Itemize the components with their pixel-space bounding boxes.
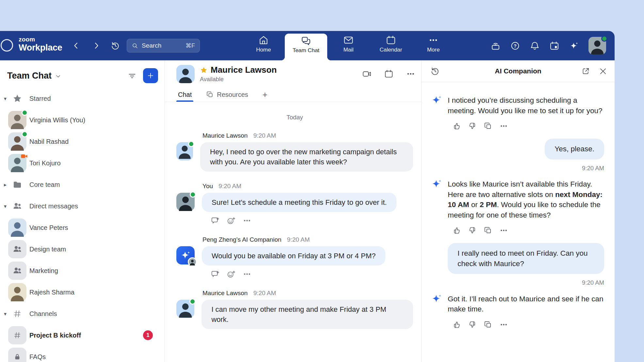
svg-text:?: ? — [514, 43, 517, 48]
more-icon[interactable] — [499, 122, 508, 130]
unread-badge: 1 — [143, 330, 153, 340]
sidebar-item-direct-messages[interactable]: ▾Direct messages — [0, 195, 165, 217]
avatar — [8, 132, 26, 151]
chat-peer-status: Available — [200, 76, 277, 83]
message-avatar[interactable] — [176, 142, 193, 160]
copy-icon[interactable] — [484, 122, 492, 130]
help-icon[interactable]: ? — [510, 41, 520, 51]
back-icon[interactable] — [71, 41, 81, 51]
sidebar-item-tori-kojuro[interactable]: Tori Kojuro — [0, 152, 165, 174]
nav-tab-home[interactable]: Home — [242, 31, 285, 60]
avatar-silhouette — [189, 258, 196, 265]
sidebar-item-marketing[interactable]: Marketing — [0, 260, 165, 281]
tab-chat[interactable]: Chat — [176, 87, 193, 102]
sidebar-title-dropdown[interactable]: Team Chat — [7, 71, 61, 81]
message-avatar[interactable] — [176, 193, 195, 211]
notifications-icon[interactable] — [530, 41, 540, 51]
sidebar-item-channels[interactable]: ▾Channels — [0, 303, 165, 324]
search-shortcut: ⌘F — [185, 42, 195, 49]
more-icon[interactable] — [406, 69, 415, 79]
calendar-icon — [386, 35, 396, 45]
thumbs-down-icon[interactable] — [468, 320, 477, 329]
more-icon[interactable] — [499, 320, 508, 329]
sidebar-item-rajesh-sharma[interactable]: Rajesh Sharma — [0, 281, 165, 303]
close-icon[interactable] — [599, 67, 607, 76]
new-chat-button[interactable] — [143, 68, 158, 83]
message-text: I can move my other meeting and make Fri… — [211, 305, 386, 324]
chat-tab-bar: Chat Resources + — [165, 87, 421, 102]
sidebar-item-design-team[interactable]: Design team — [0, 238, 165, 260]
search-input[interactable]: Search ⌘F — [127, 39, 200, 53]
add-tab-button[interactable]: + — [261, 87, 269, 102]
nav-tab-calendar[interactable]: Calendar — [370, 31, 412, 60]
content-area: Team Chat ▾StarredVirginia Willis (You)N… — [0, 60, 615, 362]
starred-icon[interactable] — [200, 66, 208, 74]
thumbs-down-icon[interactable] — [468, 122, 477, 130]
tab-resources[interactable]: Resources — [204, 87, 250, 102]
sidebar-item-label: Vance Peters — [29, 224, 68, 232]
thumbs-up-icon[interactable] — [452, 226, 461, 235]
message-avatar[interactable] — [176, 300, 194, 318]
in-meeting-camera-badge — [20, 152, 28, 160]
sidebar-item-label: Starred — [29, 95, 51, 102]
sidebar-item-starred[interactable]: ▾Starred — [0, 88, 165, 109]
chat-peer-avatar[interactable] — [176, 65, 195, 83]
chat-message: You 9:20 AM Sure! Let’s schedule a meeti… — [176, 183, 413, 225]
partial-circle-decoration — [1, 39, 13, 52]
reply-icon[interactable] — [211, 216, 219, 225]
open-external-icon[interactable] — [581, 67, 590, 76]
ai-message: I noticed you’re discussing scheduling a… — [431, 95, 604, 130]
video-icon[interactable] — [362, 69, 372, 79]
ai-message: Looks like Maurice isn’t available this … — [431, 179, 604, 235]
tab-chat-label: Chat — [178, 91, 192, 98]
avatar — [8, 111, 26, 129]
ai-companion-avatar[interactable] — [176, 246, 195, 264]
sidebar-item-project-b-kickoff[interactable]: Project B kickoff1 — [0, 324, 165, 346]
nav-tab-mail[interactable]: Mail — [327, 31, 370, 60]
more-icon[interactable] — [243, 270, 251, 279]
reply-icon[interactable] — [211, 270, 219, 279]
copy-icon[interactable] — [484, 226, 492, 235]
schedule-icon[interactable] — [384, 69, 394, 79]
more-icon[interactable] — [499, 226, 508, 235]
nav-tab-label: More — [427, 47, 440, 53]
message-bubble: Sure! Let’s schedule a meeting this Frid… — [202, 193, 396, 212]
emoji-add-icon[interactable] — [227, 270, 235, 279]
message-header: Maurice Lawson 9:20 AM — [202, 290, 413, 297]
thumbs-down-icon[interactable] — [468, 226, 477, 235]
chevron-down-icon — [55, 73, 61, 80]
devices-icon[interactable] — [491, 41, 501, 51]
message-time: 9:20 AM — [287, 236, 310, 243]
sidebar-item-vance-peters[interactable]: Vance Peters — [0, 217, 165, 238]
filter-icon[interactable] — [128, 71, 137, 80]
forward-icon[interactable] — [91, 41, 101, 51]
sidebar-item-virginia-willis-you[interactable]: Virginia Willis (You) — [0, 109, 165, 131]
tab-resources-label: Resources — [217, 91, 248, 98]
sidebar-item-nabil-rashad[interactable]: Nabil Rashad — [0, 131, 165, 152]
copy-icon[interactable] — [484, 320, 492, 329]
hash-icon — [13, 331, 21, 339]
thumbs-up-icon[interactable] — [452, 320, 461, 329]
presence-online-dot — [188, 141, 194, 147]
more-icon[interactable] — [243, 216, 251, 225]
meetings-calendar-icon[interactable] — [549, 41, 559, 51]
sidebar-item-faqs[interactable]: FAQs — [0, 346, 165, 362]
nav-tab-more[interactable]: More — [412, 31, 455, 60]
sidebar-item-core-team[interactable]: ▸Core team — [0, 174, 165, 195]
message-text: Hey, I need to go over the new marketing… — [210, 148, 397, 166]
add-tab-label: + — [263, 90, 267, 100]
mail-icon — [343, 35, 354, 45]
presence-online-dot — [601, 36, 607, 42]
emoji-add-icon[interactable] — [227, 216, 235, 225]
user-avatar[interactable] — [588, 37, 606, 54]
nav-tab-team-chat[interactable]: Team Chat — [285, 34, 327, 60]
chat-message: Peng Zheng’s AI Companion 9:20 AM Would … — [176, 236, 413, 279]
chat-peer-name: Maurice Lawson — [211, 65, 277, 75]
folder-icon — [12, 180, 22, 189]
nav-tab-label: Home — [256, 47, 271, 53]
history-icon[interactable] — [110, 41, 120, 51]
thumbs-up-icon[interactable] — [452, 122, 461, 130]
sidebar-item-label: Tori Kojuro — [29, 159, 61, 167]
ai-companion-icon[interactable] — [569, 41, 579, 51]
more-icon — [428, 35, 439, 45]
